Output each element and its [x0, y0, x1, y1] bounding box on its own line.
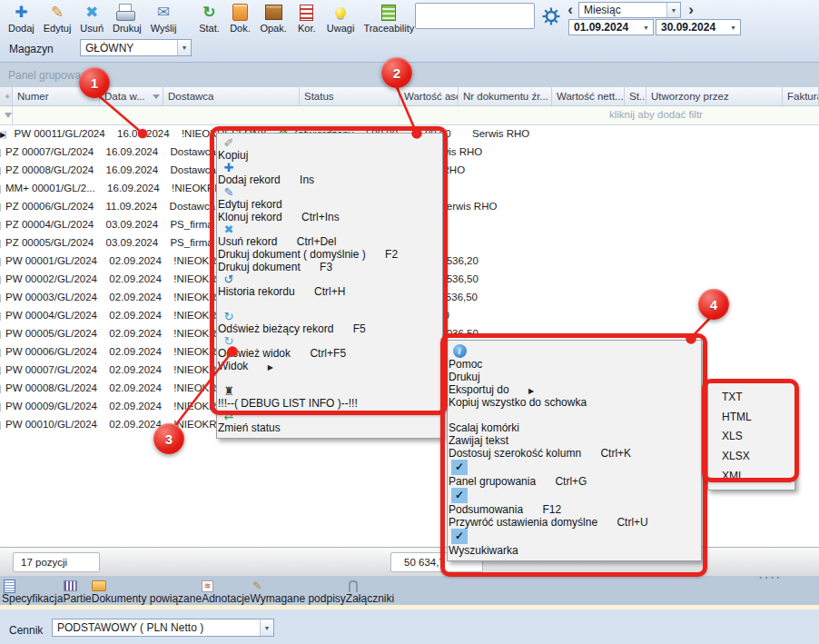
- menu-item-label: Wyszukiwarka: [449, 544, 518, 557]
- tab[interactable]: Załączniki: [346, 580, 394, 605]
- menu-item[interactable]: ✖ Usuń rekord Ctrl+Del: [218, 223, 441, 248]
- menu-item[interactable]: ♜ !!!--( DEBUG LIST INFO )--!!!: [218, 385, 441, 410]
- chevron-down-icon: ▼: [177, 40, 191, 55]
- menu-item[interactable]: ↺ Historia rekordu Ctrl+H: [218, 273, 441, 298]
- info-icon: i: [453, 344, 467, 358]
- menu-item-label: Historia rekordu: [218, 285, 295, 298]
- column-header-st[interactable]: St...: [625, 87, 646, 105]
- toolbar-button[interactable]: Opak.: [255, 1, 291, 37]
- period-select[interactable]: Miesiąc ▼: [578, 2, 681, 18]
- toolbar-button[interactable]: Traceability: [359, 1, 419, 37]
- column-header-status[interactable]: Status: [300, 87, 400, 105]
- chevron-down-icon: ▼: [260, 619, 273, 636]
- magazyn-select[interactable]: GŁÓWNY ▼: [80, 39, 192, 56]
- menu-item[interactable]: ↻ Odśwież bieżący rekord F5: [218, 311, 441, 335]
- magazyn-value: GŁÓWNY: [81, 42, 177, 54]
- menu-item[interactable]: XML: [709, 466, 794, 486]
- cell-data: 02.09.2024: [104, 292, 166, 302]
- menu-item[interactable]: [218, 298, 441, 311]
- column-header-wartosc-netto[interactable]: Wartość nett...: [552, 87, 625, 105]
- tab[interactable]: ✎ Wymagane podpisy: [251, 580, 346, 605]
- menu-item[interactable]: Widok ▶: [218, 360, 441, 372]
- menu-item[interactable]: Eksportuj do ▶: [449, 383, 700, 396]
- menu-item[interactable]: ✎ Edytuj rekord: [218, 186, 441, 211]
- barcode-icon: [63, 580, 77, 592]
- column-header-wartosc-aso[interactable]: Wartość aso...: [400, 87, 459, 105]
- toolbar-button[interactable]: ↻ Stat.: [193, 1, 224, 37]
- menu-item[interactable]: ✚ Dodaj rekord Ins: [218, 162, 441, 186]
- menu-item[interactable]: i Pomoc: [449, 344, 700, 371]
- splitter-grip[interactable]: ····: [759, 570, 782, 584]
- menu-item[interactable]: Podsumowania F12: [449, 488, 700, 516]
- menu-item[interactable]: ✐ Kopiuj: [218, 137, 441, 162]
- cell-utworzony: [463, 310, 472, 321]
- grid-corner-icon[interactable]: ✳: [0, 87, 13, 105]
- filter-icon: [5, 113, 12, 122]
- chevron-down-icon: ▼: [639, 20, 653, 35]
- menu-item[interactable]: Zawijaj tekst: [449, 434, 700, 447]
- toolbar-button[interactable]: ✚ Dodaj: [4, 1, 39, 37]
- menu-item[interactable]: Wyszukiwarka: [449, 529, 700, 557]
- menu-item[interactable]: Klonuj rekord Ctrl+Ins: [218, 211, 441, 223]
- tab[interactable]: ≋ Adnotacje: [202, 580, 250, 605]
- date-from-select[interactable]: 01.09.2024 ▼: [568, 19, 654, 35]
- tab[interactable]: Dokumenty powiązane: [92, 580, 202, 605]
- menu-item[interactable]: Drukuj dokument F3: [218, 261, 441, 273]
- tab[interactable]: Specyfikacja: [2, 580, 63, 605]
- menu-item-label: Eksportuj do: [449, 383, 509, 396]
- period-value: Miesiąc: [579, 4, 666, 16]
- menu-item-shortcut: F2: [385, 248, 398, 261]
- refresh-view-icon: ↻: [224, 335, 234, 347]
- menu-item[interactable]: ↻ Odśwież widok Ctrl+F5: [218, 335, 441, 360]
- toolbar-button[interactable]: Kor.: [291, 1, 322, 37]
- cell-numer: PW 00011/GL/2024: [10, 128, 110, 139]
- cennik-label: Cennik: [9, 624, 43, 637]
- cennik-select[interactable]: PODSTAWOWY ( PLN Netto ) ▼: [52, 619, 274, 637]
- submenu-arrow-icon: ▶: [528, 387, 534, 395]
- date-to-select[interactable]: 30.09.2024 ▼: [656, 19, 741, 35]
- menu-item[interactable]: XLSX: [709, 446, 794, 466]
- cell-data: 02.09.2024: [104, 364, 166, 375]
- change-status-icon: ⇄: [224, 410, 234, 421]
- toolbar-button-label: Uwagi: [327, 23, 355, 34]
- menu-item[interactable]: Panel grupowania Ctrl+G: [449, 460, 700, 488]
- cell-numer: PW 00006/GL/2024: [1, 346, 102, 357]
- menu-item[interactable]: Drukuj dokument ( domyślnie ) F2: [218, 248, 441, 261]
- column-header-nr-dokumentu[interactable]: Nr dokumentu źr...: [459, 87, 552, 105]
- history-clock-icon: ↺: [224, 273, 234, 285]
- menu-item[interactable]: [449, 409, 700, 421]
- toolbar-button[interactable]: ✖ Usuń: [75, 1, 108, 37]
- column-header-utworzony[interactable]: Utworzony przez: [646, 87, 783, 105]
- column-header-data[interactable]: Data w...: [100, 87, 163, 105]
- menu-item[interactable]: XLS: [709, 427, 794, 447]
- menu-item-label: Usuń rekord: [218, 235, 277, 248]
- menu-item-label: Zawijaj tekst: [449, 434, 508, 447]
- search-input[interactable]: [415, 3, 535, 29]
- date-to-value: 30.09.2024: [656, 21, 726, 34]
- tab[interactable]: Partie: [63, 580, 91, 605]
- menu-item[interactable]: Drukuj: [449, 371, 700, 383]
- column-header-faktura[interactable]: Faktura: [783, 87, 819, 105]
- menu-item-shortcut: Ctrl+G: [555, 475, 587, 488]
- menu-item[interactable]: TXT: [709, 387, 794, 407]
- settings-gear-icon[interactable]: [542, 7, 560, 25]
- menu-item[interactable]: [218, 372, 441, 385]
- toolbar-button[interactable]: Drukuj: [108, 1, 146, 37]
- menu-item[interactable]: HTML: [709, 407, 794, 427]
- menu-item[interactable]: Dostosuj szerokość kolumn Ctrl+K: [449, 447, 700, 460]
- callout-3: 3: [153, 423, 184, 454]
- toolbar-button[interactable]: ✉ Wyślij: [146, 1, 182, 37]
- cell-numer: MM+ 00001/GL/2...: [1, 183, 100, 193]
- menu-item[interactable]: Scalaj komórki: [449, 421, 700, 434]
- next-period-button[interactable]: ›: [684, 1, 698, 18]
- toolbar-button[interactable]: Uwagi: [322, 1, 360, 37]
- menu-item[interactable]: Przywróć ustawienia domyślne Ctrl+U: [449, 516, 700, 529]
- cell-numer: PZ 00008/GL/2024: [1, 164, 98, 175]
- cell-numer: PZ 00005/GL/2024: [1, 237, 98, 248]
- column-header-dostawca[interactable]: Dostawca: [163, 87, 300, 105]
- toolbar-button[interactable]: ✎ Edytuj: [39, 1, 76, 37]
- previous-period-button[interactable]: ‹: [563, 1, 577, 18]
- toolbar-button[interactable]: Dok.: [224, 1, 255, 37]
- menu-item[interactable]: Kopiuj wszystko do schowka: [449, 396, 700, 409]
- menu-item[interactable]: ⇄ Zmień status: [218, 410, 441, 434]
